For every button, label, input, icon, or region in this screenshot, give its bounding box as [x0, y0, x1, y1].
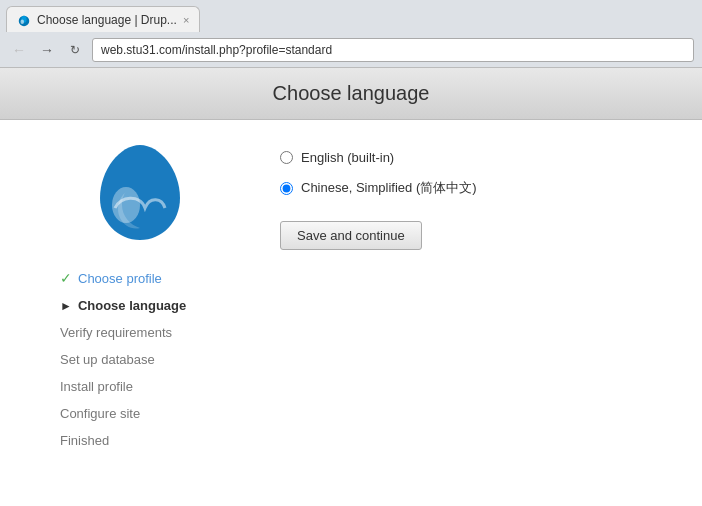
step-label: Choose profile [78, 271, 162, 286]
step-install: Install profile [50, 373, 230, 400]
tab-title: Choose language | Drup... [37, 13, 177, 27]
english-label: English (built-in) [301, 150, 394, 165]
language-options: English (built-in) Chinese, Simplified (… [280, 150, 662, 197]
step-label: Finished [60, 433, 109, 448]
step-label: Verify requirements [60, 325, 172, 340]
check-icon: ✓ [60, 270, 72, 286]
step-label: Install profile [60, 379, 133, 394]
tab-close-button[interactable]: × [183, 14, 189, 26]
tab-bar: Choose language | Drup... × [0, 0, 702, 32]
english-option[interactable]: English (built-in) [280, 150, 662, 165]
refresh-button[interactable]: ↻ [64, 39, 86, 61]
step-database: Set up database [50, 346, 230, 373]
step-verify: Verify requirements [50, 319, 230, 346]
step-configure: Configure site [50, 400, 230, 427]
back-button[interactable]: ← [8, 39, 30, 61]
save-continue-button[interactable]: Save and continue [280, 221, 422, 250]
drupal-logo [90, 140, 190, 240]
step-finished: Finished [50, 427, 230, 454]
chinese-label: Chinese, Simplified (简体中文) [301, 179, 477, 197]
step-choose-profile: ✓ Choose profile [50, 264, 230, 292]
browser-tab[interactable]: Choose language | Drup... × [6, 6, 200, 32]
step-label: Choose language [78, 298, 186, 313]
address-bar[interactable] [92, 38, 694, 62]
arrow-icon: ► [60, 299, 72, 313]
browser-chrome: Choose language | Drup... × ← → ↻ [0, 0, 702, 68]
tab-favicon [17, 13, 31, 27]
english-radio[interactable] [280, 151, 293, 164]
svg-point-2 [21, 19, 25, 23]
chinese-radio[interactable] [280, 182, 293, 195]
page-body: ✓ Choose profile ► Choose language Verif… [0, 120, 702, 474]
chinese-option[interactable]: Chinese, Simplified (简体中文) [280, 179, 662, 197]
step-choose-language: ► Choose language [50, 292, 230, 319]
steps-list: ✓ Choose profile ► Choose language Verif… [50, 264, 230, 454]
forward-button[interactable]: → [36, 39, 58, 61]
page-header: Choose language [0, 68, 702, 120]
right-panel: English (built-in) Chinese, Simplified (… [280, 140, 662, 454]
page: Choose language ✓ Choos [0, 68, 702, 506]
step-label: Set up database [60, 352, 155, 367]
nav-bar: ← → ↻ [0, 32, 702, 68]
page-title: Choose language [273, 82, 430, 104]
left-panel: ✓ Choose profile ► Choose language Verif… [40, 140, 240, 454]
step-label: Configure site [60, 406, 140, 421]
